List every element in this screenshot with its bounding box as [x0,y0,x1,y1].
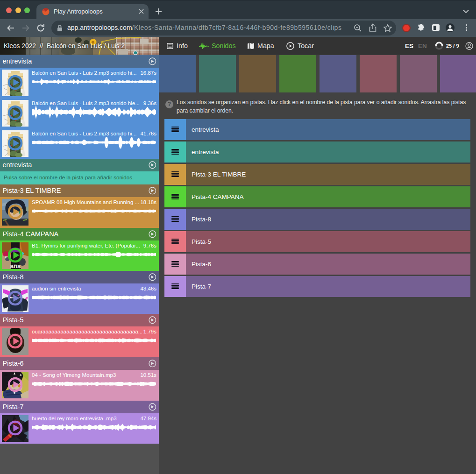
svg-text:aña: aña [10,262,21,269]
